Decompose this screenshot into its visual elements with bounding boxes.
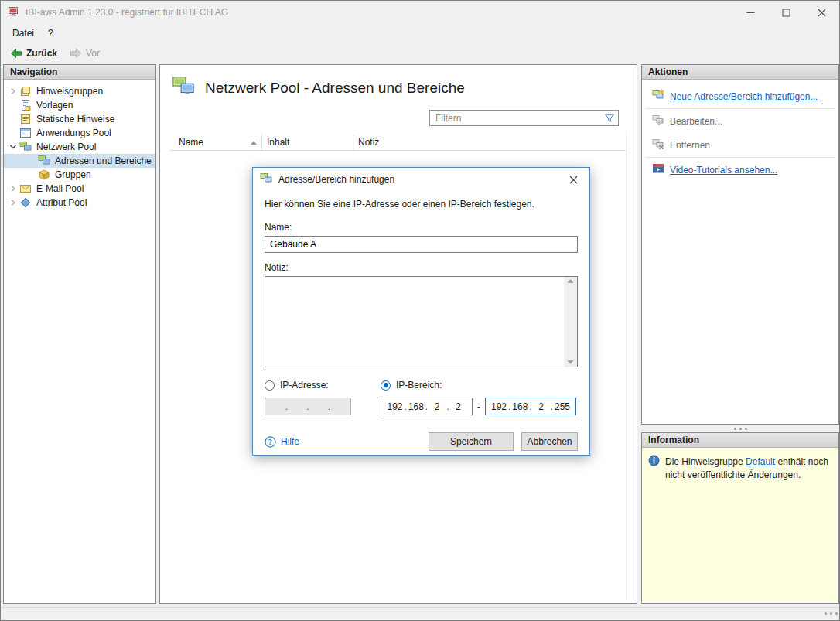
window-title: IBI-aws Admin 1.23.0 - registriert für I… <box>26 7 228 18</box>
forward-arrow-icon <box>70 47 82 60</box>
menu-datei[interactable]: Datei <box>5 26 41 41</box>
help-icon: ? <box>265 436 276 448</box>
nav-item-gruppen[interactable]: Gruppen <box>4 168 155 182</box>
navigation-header: Navigation <box>4 65 155 80</box>
nav-item-hinweisgruppen[interactable]: Hinweisgruppen <box>4 84 155 98</box>
nav-item-adressen-und-bereiche[interactable]: Adressen und Bereiche <box>4 154 155 168</box>
navigation-panel: Navigation Hinweisgruppen Vorlagen Stati… <box>3 64 156 604</box>
save-button[interactable]: Speichern <box>429 432 514 451</box>
actions-panel: Aktionen Neue Adresse/Bereich hinzufügen… <box>641 64 839 425</box>
back-button[interactable]: Zurück <box>5 46 63 61</box>
radio-label: IP-Bereich: <box>396 380 442 391</box>
nav-item-anwendungs-pool[interactable]: Anwendungs Pool <box>4 126 155 140</box>
window-controls <box>732 1 839 24</box>
textarea-scrollbar[interactable] <box>564 277 577 367</box>
nav-item-statische-hinweise[interactable]: Statische Hinweise <box>4 112 155 126</box>
octet-separator <box>285 401 288 412</box>
minimize-button[interactable] <box>732 1 768 24</box>
dialog-close-button[interactable] <box>557 168 589 191</box>
nav-item-attribut-pool[interactable]: Attribut Pool <box>4 196 155 210</box>
action-label: Bearbeiten... <box>670 116 722 127</box>
nav-item-label: Hinweisgruppen <box>36 86 103 97</box>
cancel-button[interactable]: Abbrechen <box>521 432 578 451</box>
network-pool-icon <box>19 141 32 153</box>
info-message: Die Hinweisgruppe Default enthält noch n… <box>665 455 832 482</box>
octet-separator <box>328 401 330 412</box>
filter-icon[interactable] <box>601 113 618 124</box>
info-icon <box>648 455 660 469</box>
ip-octet[interactable]: 2 <box>428 401 446 412</box>
ip-range-end-input[interactable]: 1921682255 <box>485 398 576 415</box>
action-add-address[interactable]: Neue Adresse/Bereich hinzufügen... <box>645 84 835 109</box>
radio-ip-range[interactable]: IP-Bereich: <box>381 380 497 391</box>
information-body: Die Hinweisgruppe Default enthält noch n… <box>642 448 838 603</box>
ip-octet[interactable]: 2 <box>449 401 468 412</box>
table-header: Name Inhalt Notiz <box>170 135 627 151</box>
status-bar <box>2 607 838 619</box>
dialog-description: Hier können Sie eine IP-Adresse oder ein… <box>265 199 578 210</box>
help-label: Hilfe <box>281 436 299 447</box>
close-icon <box>569 176 578 184</box>
chevron-right-icon[interactable] <box>7 87 19 95</box>
help-link[interactable]: ? Hilfe <box>265 436 299 448</box>
ip-octet[interactable]: 255 <box>553 401 572 412</box>
add-address-dialog: Adresse/Bereich hinzufügen Hier können S… <box>252 167 590 456</box>
nav-item-vorlagen[interactable]: Vorlagen <box>4 98 155 112</box>
scroll-up-icon[interactable] <box>567 279 574 283</box>
ip-octet[interactable]: 168 <box>407 401 425 412</box>
video-tutorials-icon <box>652 162 664 177</box>
right-sidebar: Aktionen Neue Adresse/Bereich hinzufügen… <box>641 64 839 604</box>
octet-separator <box>306 401 309 412</box>
forward-button[interactable]: Vor <box>64 46 105 61</box>
column-header-notiz[interactable]: Notiz <box>353 135 627 150</box>
template-icon <box>19 99 32 111</box>
information-header: Information <box>642 433 838 448</box>
navigation-toolbar: Zurück Vor <box>1 43 839 63</box>
action-video-tutorials[interactable]: Video-Tutorials ansehen... <box>645 158 835 182</box>
resize-grip-icon[interactable] <box>825 612 827 615</box>
action-edit[interactable]: Bearbeiten... <box>645 109 835 133</box>
nav-item-email-pool[interactable]: E-Mail Pool <box>4 182 155 196</box>
action-remove[interactable]: Entfernen <box>645 133 835 158</box>
menu-help[interactable]: ? <box>41 26 60 41</box>
list-scrollbar-track <box>626 131 627 600</box>
ip-octet[interactable]: 2 <box>532 401 551 412</box>
network-pool-header-icon <box>172 75 195 101</box>
chevron-right-icon[interactable] <box>7 199 19 206</box>
notiz-textarea[interactable] <box>265 277 564 367</box>
column-header-inhalt[interactable]: Inhalt <box>262 135 353 150</box>
ip-octet[interactable]: 192 <box>490 401 508 412</box>
back-button-label: Zurück <box>26 48 57 59</box>
back-arrow-icon <box>10 47 22 60</box>
page-title: Netzwerk Pool - Adressen und Bereiche <box>205 80 465 97</box>
radio-ip-address[interactable]: IP-Adresse: <box>265 380 381 391</box>
filter-box <box>429 110 619 126</box>
filter-input[interactable] <box>430 113 601 124</box>
nav-item-label: E-Mail Pool <box>36 183 84 194</box>
name-input[interactable] <box>265 236 578 253</box>
chevron-right-icon[interactable] <box>7 185 19 193</box>
info-text-before: Die Hinweisgruppe <box>665 456 746 467</box>
default-group-link[interactable]: Default <box>746 456 775 467</box>
ip-octet[interactable]: 168 <box>510 401 529 412</box>
group-box-icon <box>38 169 50 181</box>
attribute-pool-icon <box>19 196 32 209</box>
forward-button-label: Vor <box>86 48 100 59</box>
nav-item-label: Gruppen <box>55 169 91 180</box>
action-label: Neue Adresse/Bereich hinzufügen... <box>670 91 818 102</box>
network-icon <box>260 172 272 187</box>
column-header-name[interactable]: Name <box>170 135 262 150</box>
scroll-down-icon[interactable] <box>567 360 574 364</box>
navigation-tree: Hinweisgruppen Vorlagen Statische Hinwei… <box>4 80 155 210</box>
ip-range-start-input[interactable]: 19216822 <box>381 398 473 415</box>
chevron-down-icon[interactable] <box>7 143 19 151</box>
dialog-title-bar: Adresse/Bereich hinzufügen <box>253 168 589 191</box>
maximize-button[interactable] <box>768 1 804 24</box>
sort-ascending-icon <box>251 141 257 145</box>
ip-octet[interactable]: 192 <box>385 401 404 412</box>
nav-item-netzwerk-pool[interactable]: Netzwerk Pool <box>4 140 155 154</box>
network-address-icon <box>38 155 50 167</box>
close-button[interactable] <box>804 1 839 24</box>
information-panel: Information Die Hinweisgruppe Default en… <box>641 432 839 604</box>
panel-splitter[interactable] <box>641 425 839 432</box>
